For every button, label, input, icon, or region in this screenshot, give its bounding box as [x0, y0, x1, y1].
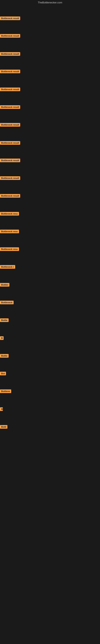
bottleneck-badge-label-3: Bottleneck result: [0, 52, 20, 56]
bottleneck-badge-label-5: Bottleneck result: [0, 88, 20, 91]
bottleneck-badge-label-9: Bottleneck result: [0, 158, 20, 162]
bottleneck-badge-label-20: Bottle: [0, 354, 9, 358]
bottleneck-badge-label-10: Bottleneck result: [0, 176, 20, 180]
bottleneck-badge-4[interactable]: Bottleneck result: [0, 70, 20, 74]
bottleneck-badge-label-13: Bottleneck resu: [0, 230, 19, 233]
bottleneck-badge-7[interactable]: Bottleneck result: [0, 123, 20, 128]
bottleneck-badge-24[interactable]: Bottl: [0, 425, 7, 430]
bottleneck-badge-label-23: B: [0, 407, 3, 411]
bottleneck-badge-label-1: Bottleneck result: [0, 16, 20, 20]
bottleneck-badge-18[interactable]: Bottle: [0, 318, 9, 323]
bottleneck-badge-23[interactable]: B: [0, 407, 3, 412]
bottleneck-badge-17[interactable]: Bottleneck: [0, 301, 14, 305]
bottleneck-badge-22[interactable]: Bottlene: [0, 390, 11, 394]
bottleneck-badge-19[interactable]: B: [0, 336, 3, 341]
bottleneck-badge-label-14: Bottleneck resu: [0, 247, 19, 251]
bottleneck-badge-label-12: Bottleneck resu: [0, 212, 19, 216]
bottleneck-badge-label-24: Bottl: [0, 425, 7, 429]
bottleneck-badge-8[interactable]: Bottleneck result: [0, 141, 20, 146]
bottleneck-badge-label-19: B: [0, 336, 3, 340]
bottleneck-badge-2[interactable]: Bottleneck result: [0, 34, 20, 38]
bottleneck-badge-label-6: Bottleneck result: [0, 105, 20, 109]
bottleneck-badge-21[interactable]: Bot: [0, 372, 6, 376]
bottleneck-badge-label-8: Bottleneck result: [0, 141, 20, 145]
bottleneck-badge-12[interactable]: Bottleneck resu: [0, 212, 19, 216]
bottleneck-badge-1[interactable]: Bottleneck result: [0, 16, 20, 21]
bottleneck-badge-3[interactable]: Bottleneck result: [0, 52, 20, 56]
bottleneck-badge-label-4: Bottleneck result: [0, 70, 20, 73]
bottleneck-badge-label-18: Bottle: [0, 318, 9, 322]
bottleneck-badge-5[interactable]: Bottleneck result: [0, 88, 20, 92]
bottleneck-badge-6[interactable]: Bottleneck result: [0, 105, 20, 110]
bottleneck-badge-16[interactable]: Bottler: [0, 283, 9, 288]
site-title: TheBottlenecker.com: [0, 0, 100, 5]
bottleneck-badge-label-11: Bottleneck result: [0, 194, 20, 198]
bottleneck-badge-label-16: Bottler: [0, 283, 9, 286]
bottleneck-badge-13[interactable]: Bottleneck resu: [0, 230, 19, 234]
bottleneck-badge-9[interactable]: Bottleneck result: [0, 158, 20, 163]
bottleneck-badge-label-21: Bot: [0, 372, 6, 375]
bottleneck-badge-15[interactable]: Bottleneck r: [0, 265, 15, 270]
bottleneck-badge-10[interactable]: Bottleneck result: [0, 176, 20, 181]
bottleneck-badge-label-2: Bottleneck result: [0, 34, 20, 38]
bottleneck-badge-label-22: Bottlene: [0, 390, 11, 393]
bottleneck-badge-14[interactable]: Bottleneck resu: [0, 247, 19, 252]
bottleneck-badge-label-7: Bottleneck result: [0, 123, 20, 126]
bottleneck-badge-20[interactable]: Bottle: [0, 354, 9, 358]
bottleneck-badge-label-15: Bottleneck r: [0, 265, 15, 269]
bottleneck-badge-11[interactable]: Bottleneck result: [0, 194, 20, 198]
bottleneck-badge-label-17: Bottleneck: [0, 301, 14, 304]
